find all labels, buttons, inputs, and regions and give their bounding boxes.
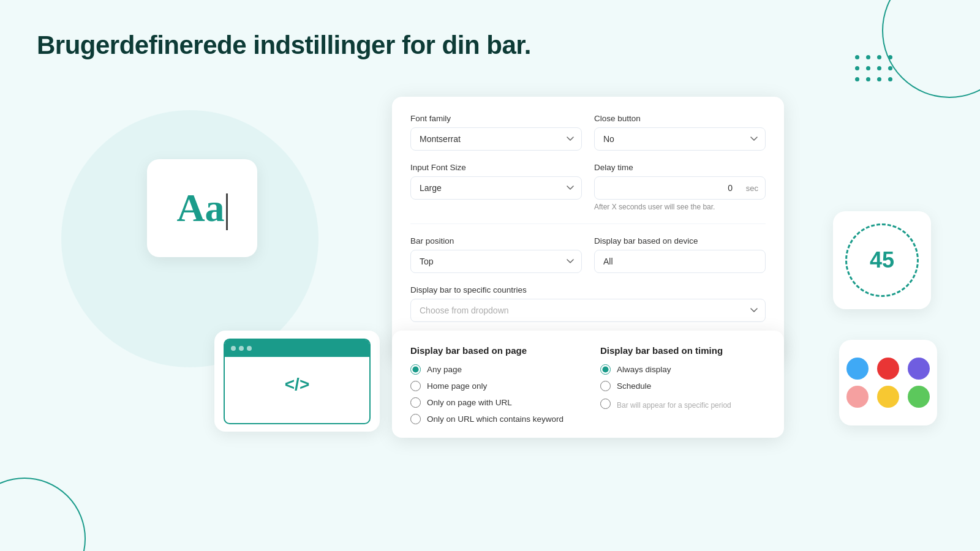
code-tag-icon: </> bbox=[285, 375, 309, 394]
delay-hint: After X seconds user will see the bar. bbox=[594, 203, 766, 211]
bar-position-group: Bar position Top Bottom bbox=[410, 236, 582, 273]
color-blue bbox=[846, 358, 869, 380]
font-size-select[interactable]: Small Medium Large bbox=[410, 176, 582, 200]
color-purple bbox=[908, 358, 930, 380]
bar-position-label: Bar position bbox=[410, 236, 582, 246]
page-title: Brugerdefinerede indstillinger for din b… bbox=[37, 31, 531, 60]
dots-grid bbox=[855, 55, 894, 83]
radio-url-page-input[interactable] bbox=[410, 397, 421, 408]
display-device-input[interactable] bbox=[594, 250, 766, 273]
bg-circle-bottom-left bbox=[0, 478, 86, 551]
font-family-select[interactable]: Montserrat Arial Roboto Open Sans bbox=[410, 127, 582, 151]
radio-always: Always display bbox=[600, 364, 766, 375]
radio-home-page-input[interactable] bbox=[410, 381, 421, 391]
bg-circle-top-right bbox=[882, 0, 980, 98]
delay-time-group: Delay time sec After X seconds user will… bbox=[594, 163, 766, 211]
browser-dot-1 bbox=[231, 346, 236, 351]
radio-keyword-page-label: Only on URL which contains keyword bbox=[427, 414, 564, 424]
font-size-label: Input Font Size bbox=[410, 163, 582, 172]
radio-any-page: Any page bbox=[410, 364, 576, 375]
font-family-group: Font family Montserrat Arial Roboto Open… bbox=[410, 114, 582, 151]
radio-url-page: Only on page with URL bbox=[410, 397, 576, 408]
radio-keyword-page-input[interactable] bbox=[410, 414, 421, 424]
radio-url-page-label: Only on page with URL bbox=[427, 398, 512, 407]
delay-time-label: Delay time bbox=[594, 163, 766, 172]
close-button-group: Close button No Yes bbox=[594, 114, 766, 151]
display-page-section: Display bar based on page Any page Home … bbox=[410, 345, 576, 424]
display-page-radio-group: Any page Home page only Only on page wit… bbox=[410, 364, 576, 424]
section-divider-1 bbox=[410, 223, 766, 224]
settings-panel-lower: Display bar based on page Any page Home … bbox=[392, 331, 784, 438]
bar-position-select[interactable]: Top Bottom bbox=[410, 250, 582, 273]
display-timing-section: Display bar based on timing Always displ… bbox=[600, 345, 766, 424]
radio-schedule-label: Schedule bbox=[617, 381, 651, 391]
radio-home-page: Home page only bbox=[410, 381, 576, 391]
browser-dot-2 bbox=[239, 346, 244, 351]
radio-specific-label: Bar will appear for a specific period bbox=[617, 401, 731, 410]
font-preview-card: Aa bbox=[147, 159, 257, 257]
font-family-label: Font family bbox=[410, 114, 582, 123]
radio-always-label: Always display bbox=[617, 365, 671, 374]
radio-schedule-input[interactable] bbox=[600, 381, 611, 391]
countries-group: Display bar to specific countries Choose… bbox=[410, 285, 766, 322]
countries-label: Display bar to specific countries bbox=[410, 285, 766, 294]
delay-time-input[interactable] bbox=[594, 176, 766, 200]
countries-select[interactable]: Choose from dropdown bbox=[410, 299, 766, 322]
close-button-select[interactable]: No Yes bbox=[594, 127, 766, 151]
code-preview-card: </> bbox=[214, 331, 380, 432]
delay-wrapper: sec bbox=[594, 176, 766, 200]
form-row-1: Font family Montserrat Arial Roboto Open… bbox=[410, 114, 766, 151]
code-browser-frame: </> bbox=[224, 339, 371, 424]
form-row-2: Input Font Size Small Medium Large Delay… bbox=[410, 163, 766, 211]
display-device-group: Display bar based on device bbox=[594, 236, 766, 273]
radio-schedule: Schedule bbox=[600, 381, 766, 391]
display-device-label: Display bar based on device bbox=[594, 236, 766, 246]
color-swatches-card bbox=[839, 340, 937, 425]
timer-number: 45 bbox=[870, 247, 894, 273]
display-timing-title: Display bar based on timing bbox=[600, 345, 766, 356]
color-row-bottom bbox=[846, 386, 930, 408]
color-green bbox=[908, 386, 930, 408]
color-yellow bbox=[877, 386, 899, 408]
radio-specific: Bar will appear for a specific period bbox=[600, 397, 766, 410]
browser-dot-3 bbox=[247, 346, 252, 351]
close-button-label: Close button bbox=[594, 114, 766, 123]
display-timing-radio-group: Always display Schedule Bar will appear … bbox=[600, 364, 766, 410]
radio-any-page-label: Any page bbox=[427, 365, 462, 374]
font-preview-text: Aa bbox=[176, 186, 227, 231]
font-size-group: Input Font Size Small Medium Large bbox=[410, 163, 582, 211]
delay-unit: sec bbox=[746, 184, 758, 193]
radio-specific-input[interactable] bbox=[600, 399, 611, 409]
radio-any-page-input[interactable] bbox=[410, 364, 421, 375]
timer-circle: 45 bbox=[845, 223, 919, 297]
radio-keyword-page: Only on URL which contains keyword bbox=[410, 414, 576, 424]
form-row-3: Bar position Top Bottom Display bar base… bbox=[410, 236, 766, 273]
radio-always-input[interactable] bbox=[600, 364, 611, 375]
timer-card: 45 bbox=[833, 211, 931, 309]
color-red bbox=[877, 358, 899, 380]
settings-panel: Font family Montserrat Arial Roboto Open… bbox=[392, 97, 784, 362]
color-pink bbox=[846, 386, 869, 408]
two-col-lower: Display bar based on page Any page Home … bbox=[410, 345, 766, 424]
color-row-top bbox=[846, 358, 930, 380]
radio-home-page-label: Home page only bbox=[427, 381, 487, 391]
code-browser-bar bbox=[225, 340, 369, 357]
display-page-title: Display bar based on page bbox=[410, 345, 576, 356]
